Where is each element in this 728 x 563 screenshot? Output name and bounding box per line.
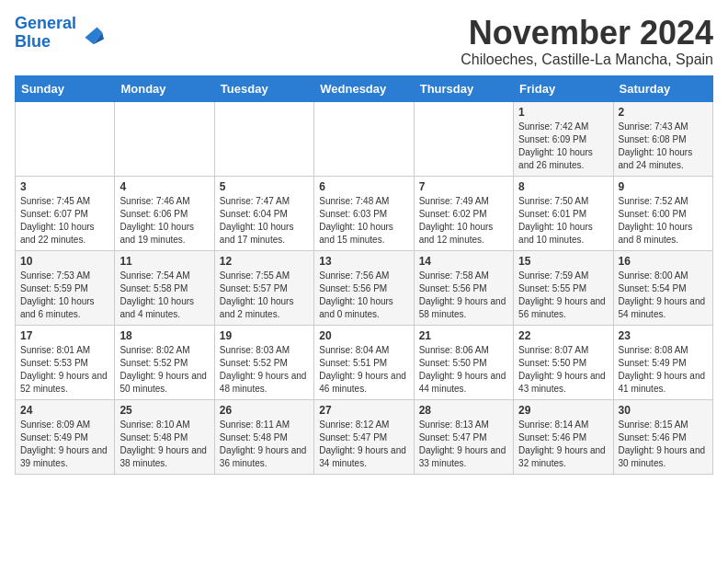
day-info: Sunrise: 7:46 AM Sunset: 6:06 PM Dayligh… (119, 195, 209, 247)
calendar-cell: 12Sunrise: 7:55 AM Sunset: 5:57 PM Dayli… (214, 250, 313, 325)
day-info: Sunrise: 7:54 AM Sunset: 5:58 PM Dayligh… (119, 270, 209, 321)
day-info: Sunrise: 8:14 AM Sunset: 5:46 PM Dayligh… (518, 419, 608, 470)
day-number: 15 (518, 255, 608, 268)
day-info: Sunrise: 7:59 AM Sunset: 5:55 PM Dayligh… (518, 270, 608, 321)
week-row-3: 10Sunrise: 7:53 AM Sunset: 5:59 PM Dayli… (16, 250, 713, 325)
day-number: 14 (419, 255, 508, 268)
week-row-5: 24Sunrise: 8:09 AM Sunset: 5:49 PM Dayli… (16, 399, 713, 474)
day-number: 26 (220, 404, 309, 417)
calendar-table: SundayMondayTuesdayWednesdayThursdayFrid… (15, 75, 713, 475)
day-number: 7 (419, 180, 508, 193)
calendar-cell: 27Sunrise: 8:12 AM Sunset: 5:47 PM Dayli… (314, 399, 414, 474)
calendar-cell: 2Sunrise: 7:43 AM Sunset: 6:08 PM Daylig… (613, 101, 712, 176)
calendar-cell: 16Sunrise: 8:00 AM Sunset: 5:54 PM Dayli… (613, 250, 712, 325)
weekday-header-sunday: Sunday (16, 75, 115, 101)
calendar-cell: 15Sunrise: 7:59 AM Sunset: 5:55 PM Dayli… (514, 250, 613, 325)
day-info: Sunrise: 8:15 AM Sunset: 5:46 PM Dayligh… (619, 419, 708, 470)
day-info: Sunrise: 8:02 AM Sunset: 5:52 PM Dayligh… (119, 344, 209, 396)
calendar-cell: 13Sunrise: 7:56 AM Sunset: 5:56 PM Dayli… (314, 250, 414, 325)
day-info: Sunrise: 7:42 AM Sunset: 6:09 PM Dayligh… (518, 121, 608, 172)
day-info: Sunrise: 8:13 AM Sunset: 5:47 PM Dayligh… (419, 419, 508, 470)
weekday-header-wednesday: Wednesday (314, 75, 414, 101)
day-info: Sunrise: 8:08 AM Sunset: 5:49 PM Dayligh… (619, 344, 708, 396)
week-row-2: 3Sunrise: 7:45 AM Sunset: 6:07 PM Daylig… (16, 176, 713, 250)
day-info: Sunrise: 7:47 AM Sunset: 6:04 PM Dayligh… (220, 195, 309, 247)
page-header: GeneralBlue November 2024 Chiloeches, Ca… (15, 15, 713, 68)
day-info: Sunrise: 8:12 AM Sunset: 5:47 PM Dayligh… (319, 419, 408, 470)
calendar-cell: 3Sunrise: 7:45 AM Sunset: 6:07 PM Daylig… (16, 176, 115, 250)
day-info: Sunrise: 7:52 AM Sunset: 6:00 PM Dayligh… (619, 195, 708, 247)
day-number: 3 (20, 180, 109, 193)
day-number: 4 (119, 180, 209, 193)
day-info: Sunrise: 8:03 AM Sunset: 5:52 PM Dayligh… (220, 344, 309, 396)
day-number: 20 (319, 329, 408, 342)
calendar-cell: 17Sunrise: 8:01 AM Sunset: 5:53 PM Dayli… (16, 325, 115, 399)
calendar-cell: 20Sunrise: 8:04 AM Sunset: 5:51 PM Dayli… (314, 325, 414, 399)
day-number: 18 (119, 329, 209, 342)
calendar-cell: 26Sunrise: 8:11 AM Sunset: 5:48 PM Dayli… (214, 399, 313, 474)
day-info: Sunrise: 7:48 AM Sunset: 6:03 PM Dayligh… (319, 195, 408, 247)
day-info: Sunrise: 8:01 AM Sunset: 5:53 PM Dayligh… (20, 344, 109, 396)
day-info: Sunrise: 7:56 AM Sunset: 5:56 PM Dayligh… (319, 270, 408, 321)
day-info: Sunrise: 7:45 AM Sunset: 6:07 PM Dayligh… (20, 195, 109, 247)
day-info: Sunrise: 8:04 AM Sunset: 5:51 PM Dayligh… (319, 344, 408, 396)
calendar-cell: 19Sunrise: 8:03 AM Sunset: 5:52 PM Dayli… (214, 325, 313, 399)
day-number: 13 (319, 255, 408, 268)
calendar-cell (16, 101, 115, 176)
calendar-cell: 24Sunrise: 8:09 AM Sunset: 5:49 PM Dayli… (16, 399, 115, 474)
calendar-cell: 10Sunrise: 7:53 AM Sunset: 5:59 PM Dayli… (16, 250, 115, 325)
day-number: 24 (20, 404, 109, 417)
day-number: 16 (619, 255, 708, 268)
calendar-cell (314, 101, 414, 176)
day-number: 10 (20, 255, 109, 268)
day-info: Sunrise: 7:50 AM Sunset: 6:01 PM Dayligh… (518, 195, 608, 247)
weekday-header-friday: Friday (514, 75, 613, 101)
weekday-header-thursday: Thursday (414, 75, 513, 101)
day-number: 1 (518, 106, 608, 119)
day-info: Sunrise: 8:11 AM Sunset: 5:48 PM Dayligh… (220, 419, 309, 470)
calendar-cell: 22Sunrise: 8:07 AM Sunset: 5:50 PM Dayli… (514, 325, 613, 399)
calendar-cell: 5Sunrise: 7:47 AM Sunset: 6:04 PM Daylig… (214, 176, 313, 250)
title-block: November 2024 Chiloeches, Castille-La Ma… (461, 15, 713, 68)
day-number: 21 (419, 329, 508, 342)
day-number: 27 (319, 404, 408, 417)
calendar-cell: 9Sunrise: 7:52 AM Sunset: 6:00 PM Daylig… (613, 176, 712, 250)
day-number: 12 (220, 255, 309, 268)
calendar-cell: 8Sunrise: 7:50 AM Sunset: 6:01 PM Daylig… (514, 176, 613, 250)
day-number: 5 (220, 180, 309, 193)
week-row-1: 1Sunrise: 7:42 AM Sunset: 6:09 PM Daylig… (16, 101, 713, 176)
day-info: Sunrise: 8:10 AM Sunset: 5:48 PM Dayligh… (119, 419, 209, 470)
day-number: 22 (518, 329, 608, 342)
day-number: 17 (20, 329, 109, 342)
weekday-header-row: SundayMondayTuesdayWednesdayThursdayFrid… (16, 75, 713, 101)
location: Chiloeches, Castille-La Mancha, Spain (461, 52, 713, 68)
calendar-cell (414, 101, 513, 176)
calendar-cell (214, 101, 313, 176)
svg-marker-0 (85, 27, 103, 44)
weekday-header-saturday: Saturday (613, 75, 712, 101)
day-info: Sunrise: 7:58 AM Sunset: 5:56 PM Dayligh… (419, 270, 508, 321)
day-info: Sunrise: 8:00 AM Sunset: 5:54 PM Dayligh… (619, 270, 708, 321)
day-number: 29 (518, 404, 608, 417)
calendar-cell: 6Sunrise: 7:48 AM Sunset: 6:03 PM Daylig… (314, 176, 414, 250)
calendar-cell: 28Sunrise: 8:13 AM Sunset: 5:47 PM Dayli… (414, 399, 513, 474)
calendar-cell: 30Sunrise: 8:15 AM Sunset: 5:46 PM Dayli… (613, 399, 712, 474)
day-info: Sunrise: 7:43 AM Sunset: 6:08 PM Dayligh… (619, 121, 708, 172)
calendar-cell: 23Sunrise: 8:08 AM Sunset: 5:49 PM Dayli… (613, 325, 712, 399)
day-number: 23 (619, 329, 708, 342)
calendar-cell: 29Sunrise: 8:14 AM Sunset: 5:46 PM Dayli… (514, 399, 613, 474)
day-number: 11 (119, 255, 209, 268)
calendar-cell: 14Sunrise: 7:58 AM Sunset: 5:56 PM Dayli… (414, 250, 513, 325)
day-number: 28 (419, 404, 508, 417)
day-number: 2 (619, 106, 708, 119)
day-info: Sunrise: 7:55 AM Sunset: 5:57 PM Dayligh… (220, 270, 309, 321)
day-number: 6 (319, 180, 408, 193)
day-number: 25 (119, 404, 209, 417)
month-title: November 2024 (461, 15, 713, 52)
weekday-header-tuesday: Tuesday (214, 75, 313, 101)
day-number: 30 (619, 404, 708, 417)
week-row-4: 17Sunrise: 8:01 AM Sunset: 5:53 PM Dayli… (16, 325, 713, 399)
day-number: 8 (518, 180, 608, 193)
calendar-cell: 11Sunrise: 7:54 AM Sunset: 5:58 PM Dayli… (115, 250, 214, 325)
calendar-cell: 18Sunrise: 8:02 AM Sunset: 5:52 PM Dayli… (115, 325, 214, 399)
